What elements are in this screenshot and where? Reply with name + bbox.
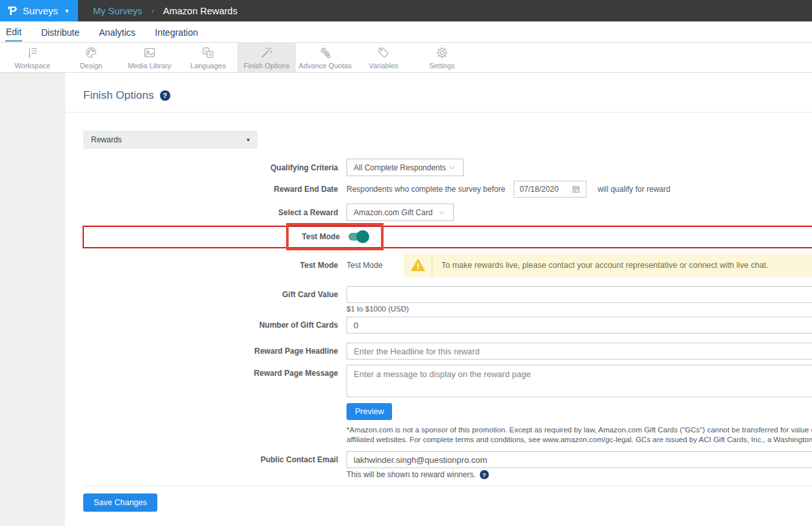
finish-options-panel: Finish Options ? Rewards ▾ Qualifying Cr… (65, 73, 812, 526)
gear-icon (435, 46, 449, 60)
qualifying-criteria-row: Qualifying Criteria All Complete Respond… (83, 159, 812, 176)
reward-page-headline-label: Reward Page Headline (83, 347, 338, 356)
page-title: Finish Options (83, 89, 154, 102)
reward-page-message-input[interactable] (347, 365, 812, 397)
disclaimer-line-1: *Amazon.com is not a sponsor of this pro… (347, 425, 812, 435)
tag-icon (376, 46, 391, 60)
number-of-gift-cards-input[interactable] (347, 317, 812, 334)
questionpro-logo-icon: Ƥ (8, 5, 17, 17)
annotation-red-band (83, 226, 812, 248)
number-of-gift-cards-row: Number of Gift Cards (83, 317, 812, 334)
select-reward-value: Amazon.com Gift Card (354, 208, 432, 217)
public-contact-email-input[interactable] (347, 451, 812, 468)
product-menu-label: Surveys (23, 5, 58, 16)
gift-card-value-input[interactable] (347, 286, 812, 303)
toolbar-label: Variables (369, 62, 398, 70)
select-reward-row: Select a Reward Amazon.com Gift Card (83, 204, 812, 221)
translate-icon: xA (201, 46, 215, 60)
toolbar-label: Workspace (15, 62, 51, 70)
annotation-red-highlight: Test Mode (286, 223, 384, 250)
reward-end-date-label: Reward End Date (83, 185, 338, 194)
chevron-down-icon: ▾ (65, 7, 68, 14)
warning-triangle-icon (410, 257, 426, 273)
workspace-list-icon (25, 46, 40, 60)
tab-distribute[interactable]: Distribute (40, 23, 80, 41)
palette-icon (84, 46, 98, 60)
help-icon[interactable]: ? (480, 470, 489, 479)
number-of-gift-cards-label: Number of Gift Cards (83, 321, 338, 330)
toolbar-item-settings[interactable]: Settings (413, 43, 471, 72)
test-mode-status-label: Test Mode (83, 261, 338, 270)
toolbar-item-design[interactable]: Design (62, 43, 120, 72)
disclaimer-line-2: affiliated websites. For complete terms … (347, 435, 812, 445)
reward-end-date-prefix: Respondents who complete the survey befo… (347, 185, 505, 194)
calendar-icon (571, 185, 581, 194)
test-mode-status-value: Test Mode (347, 261, 397, 270)
product-menu[interactable]: Ƥ Surveys ▾ (0, 0, 78, 21)
image-icon (142, 46, 157, 60)
left-gutter (0, 73, 65, 526)
select-reward-select[interactable]: Amazon.com Gift Card (347, 204, 454, 221)
magic-wand-icon (259, 46, 274, 60)
test-mode-toggle[interactable] (348, 233, 368, 241)
test-mode-status-row: Test Mode Test Mode To make rewards live… (83, 254, 812, 277)
toolbar-item-variables[interactable]: Variables (354, 43, 413, 72)
toolbar-item-finish-options[interactable]: Finish Options (237, 43, 296, 72)
select-reward-label: Select a Reward (83, 208, 338, 217)
public-contact-email-label: Public Contact Email (83, 455, 338, 464)
breadcrumb-current-survey: Amazon Rewards (163, 6, 237, 16)
save-changes-button[interactable]: Save Changes (83, 493, 157, 512)
gift-card-value-helper: $1 to $1000 (USD) (347, 305, 409, 313)
gift-card-value-helper-row: $1 to $1000 (USD) (83, 305, 812, 313)
chevron-down-icon: ▾ (246, 137, 250, 143)
breadcrumb: My Surveys › Amazon Rewards (93, 0, 237, 21)
toolbar-item-media-library[interactable]: Media Library (120, 43, 179, 72)
reward-page-headline-row: Reward Page Headline (83, 343, 812, 360)
breadcrumb-my-surveys[interactable]: My Surveys (93, 6, 142, 16)
public-contact-email-row: Public Contact Email (83, 451, 812, 468)
finish-option-type-dropdown[interactable]: Rewards ▾ (83, 131, 257, 149)
toolbar-label: Design (80, 62, 102, 70)
toolbar-label: Settings (429, 62, 455, 70)
preview-button[interactable]: Preview (347, 403, 392, 420)
gift-card-value-label: Gift Card Value (83, 290, 338, 299)
toolbar-item-advance-quotas[interactable]: Advance Quotas (296, 43, 354, 72)
tab-edit[interactable]: Edit (5, 23, 22, 42)
qualifying-criteria-label: Qualifying Criteria (83, 163, 338, 172)
save-row: Save Changes (83, 493, 812, 512)
reward-end-date-suffix: will qualify for reward (597, 185, 670, 194)
chevron-down-icon (438, 208, 447, 217)
reward-page-headline-input[interactable] (347, 343, 812, 360)
reward-page-message-row: Reward Page Message (83, 365, 812, 397)
toolbar-label: Advance Quotas (298, 62, 351, 70)
toolbar-label: Media Library (128, 62, 172, 70)
toolbar-item-languages[interactable]: xA Languages (179, 43, 237, 72)
finish-option-type-value: Rewards (91, 135, 122, 144)
test-mode-warning-banner: To make rewards live, please contact you… (404, 254, 812, 277)
breadcrumb-separator-icon: › (151, 7, 154, 16)
test-mode-warning-text: To make rewards live, please contact you… (432, 254, 778, 277)
svg-text:x: x (205, 49, 207, 53)
public-contact-email-helper-row: This will be shown to reward winners. ? (83, 470, 812, 479)
public-contact-email-helper: This will be shown to reward winners. (347, 470, 476, 479)
toolbar-item-workspace[interactable]: Workspace (3, 43, 62, 72)
qualifying-criteria-value: All Complete Respondents (354, 163, 446, 172)
gift-card-value-row: Gift Card Value (83, 286, 812, 303)
chain-links-icon (318, 46, 332, 60)
divider (83, 486, 812, 486)
qualifying-criteria-select[interactable]: All Complete Respondents (347, 159, 464, 176)
reward-page-message-label: Reward Page Message (83, 365, 338, 378)
reward-end-date-value: 07/18/2020 (519, 185, 558, 194)
toolbar-label: Languages (190, 62, 226, 70)
tab-analytics[interactable]: Analytics (98, 23, 136, 41)
reward-end-date-row: Reward End Date Respondents who complete… (83, 181, 812, 198)
survey-nav-tabs: Edit Distribute Analytics Integration (0, 21, 812, 43)
reward-end-date-input[interactable]: 07/18/2020 (514, 181, 586, 198)
edit-toolbar: Workspace Design Media Library xA Langua… (0, 43, 812, 73)
test-mode-toggle-label: Test Mode (302, 232, 339, 241)
test-mode-annotation-row: Test Mode (83, 224, 812, 249)
svg-text:A: A (209, 52, 212, 57)
preview-row: Preview (83, 403, 812, 420)
tab-integration[interactable]: Integration (154, 23, 198, 41)
help-icon[interactable]: ? (160, 90, 170, 101)
